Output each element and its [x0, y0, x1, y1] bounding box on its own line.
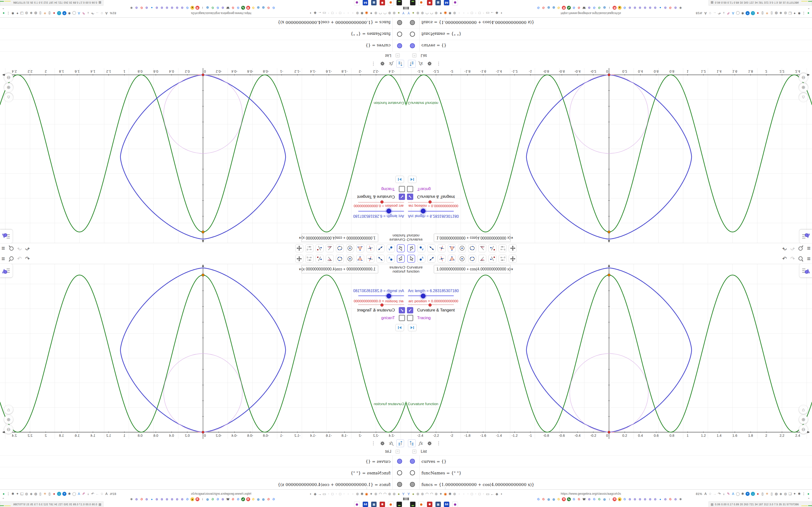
visibility-marble[interactable] — [410, 43, 415, 48]
algebra-row[interactable]: funcs = {1.000000000000 + cos(4.00000000… — [0, 479, 406, 490]
firefox-icon[interactable]: ◉ — [364, 492, 369, 496]
arc-length-slider[interactable] — [408, 295, 454, 296]
tab-favicon[interactable]: G — [272, 6, 275, 10]
camera-ball-icon[interactable]: ● — [397, 492, 401, 496]
zoom-level-badge[interactable]: 81% — [110, 492, 116, 496]
terminal-icon[interactable]: ▂ — [396, 501, 402, 507]
network-globe-icon[interactable]: ✳ — [43, 492, 47, 495]
tab-favicon[interactable]: Я — [196, 497, 199, 501]
home-button[interactable]: ⌂ — [799, 405, 808, 414]
globe-icon[interactable]: ⊕ — [416, 12, 420, 15]
tab-favicon[interactable]: ◍ — [256, 6, 260, 10]
gauge-icon[interactable]: ◠ — [383, 12, 387, 15]
curvature-tangent-checkbox[interactable]: ✓ — [407, 193, 413, 200]
curvature-tangent-checkbox[interactable]: ✓ — [399, 307, 405, 314]
globe-icon[interactable]: ◍ — [784, 492, 787, 495]
kite-icon[interactable]: Y — [406, 12, 411, 15]
play-pause-button[interactable] — [408, 324, 417, 331]
wrench-icon[interactable]: ✦ — [439, 492, 443, 496]
monitor-icon[interactable]: ▣ — [371, 501, 377, 507]
wrench-icon[interactable]: ✦ — [369, 492, 373, 496]
menu-icon[interactable]: ≡ — [1, 255, 5, 262]
tool-circle-center-button[interactable] — [346, 244, 354, 252]
tab-favicon[interactable]: ✿ — [628, 6, 632, 10]
shield-down-icon[interactable]: ↓ — [751, 492, 755, 496]
globe-icon[interactable]: ⊕ — [452, 492, 457, 496]
floppy-icon[interactable]: 64 — [444, 501, 450, 507]
status-dot-icon[interactable]: ● — [807, 492, 810, 495]
algebra-settings-button[interactable] — [426, 440, 433, 447]
tab-favicon[interactable]: ✿ — [587, 497, 591, 501]
tab-favicon[interactable]: G — [185, 6, 189, 10]
home-button[interactable]: ⌂ — [4, 405, 13, 414]
zoom-level-badge[interactable]: 81% — [110, 12, 116, 15]
puzzle-icon[interactable]: ❑ — [788, 12, 792, 15]
tab-favicon[interactable]: Я — [246, 6, 250, 10]
reload-icon[interactable]: ↷ — [717, 12, 721, 15]
plus-icon[interactable]: + — [746, 492, 750, 496]
ublock-icon[interactable]: ◍ — [34, 492, 38, 495]
tab-favicon[interactable]: ▲ — [618, 6, 621, 10]
globe-icon[interactable]: ⊕ — [373, 492, 378, 496]
tab-favicon[interactable]: G — [572, 497, 576, 501]
ublock-icon[interactable]: ◍ — [774, 492, 778, 495]
floppy-icon[interactable]: 64 — [362, 501, 368, 507]
tracing-checkbox[interactable] — [407, 186, 413, 192]
tab-favicon[interactable]: ● — [150, 6, 154, 10]
tab-favicon[interactable]: ✿ — [638, 497, 642, 501]
tab-favicon[interactable]: G — [231, 497, 235, 501]
overflow-menu-icon[interactable]: ⋮ — [802, 492, 806, 495]
tab-favicon[interactable]: ◍ — [603, 497, 606, 501]
curvature-tangent-checkbox[interactable]: ✓ — [399, 193, 405, 200]
tool-circle-center-button[interactable] — [346, 255, 354, 263]
zoom-out-button[interactable]: ⊖ — [4, 425, 13, 434]
tool-conic-button[interactable] — [336, 255, 344, 263]
reader-icon[interactable]: A — [704, 12, 707, 15]
tab-favicon[interactable]: ✿ — [663, 497, 667, 501]
tool-point-button[interactable]: A — [387, 255, 395, 263]
mini-toggle-icon[interactable]: ◦ — [327, 493, 331, 495]
tab-favicon[interactable]: ✿ — [643, 497, 647, 501]
play-pause-button[interactable] — [408, 176, 417, 183]
plus-icon[interactable]: + — [746, 11, 750, 15]
url-field[interactable]: https://www.geogebra.org/classic/aagcxh3… — [551, 492, 631, 495]
globe-icon[interactable]: ◍ — [784, 12, 787, 15]
floppy-icon[interactable]: 64 — [362, 0, 368, 6]
globe-icon[interactable]: ⊕ — [420, 12, 424, 15]
mini-toggle-icon[interactable]: ◦ — [466, 12, 470, 15]
status-dot-icon[interactable]: ● — [2, 12, 5, 15]
globe-icon[interactable]: ⊕ — [388, 492, 392, 496]
function-plot[interactable]: -2.4-2.2-2-1.8-1.6-1.4-1.2-1-0.8-0.6-0.4… — [0, 68, 406, 243]
mini-toggle-icon[interactable]: ◦ — [466, 493, 470, 495]
tab-favicon[interactable]: ✿ — [653, 497, 657, 501]
tab-favicon[interactable]: Я — [613, 497, 616, 501]
tab-favicon[interactable]: G — [542, 6, 546, 10]
tool-polygon-button[interactable] — [356, 255, 364, 263]
tool-slider-button[interactable]: a = 2 — [305, 244, 313, 252]
algebra-settings-button[interactable] — [379, 60, 386, 67]
tab-favicon[interactable]: ◍ — [547, 497, 551, 501]
tab-favicon[interactable]: ✿ — [673, 497, 677, 501]
graphics-view[interactable]: -2.4-2.2-2-1.8-1.6-1.4-1.2-1-0.8-0.6-0.4… — [406, 68, 812, 243]
shield-icon[interactable]: ◆ — [495, 12, 499, 15]
url-field[interactable]: https://www.geogebra.org/classic/aagcxh3… — [181, 12, 261, 15]
algebra-settings-button[interactable] — [426, 60, 433, 67]
tab-favicon[interactable]: ✿ — [135, 6, 139, 10]
gear-icon[interactable]: ✱ — [798, 492, 801, 495]
tab-favicon[interactable]: ◍ — [206, 6, 209, 10]
tab-favicon[interactable]: ◍ — [552, 6, 556, 10]
wrench-icon[interactable]: ✦ — [369, 12, 373, 15]
zoom-in-button[interactable]: ⊕ — [799, 415, 808, 424]
monitor-icon[interactable]: ▣ — [435, 501, 441, 507]
tool-pan-button[interactable] — [509, 244, 517, 252]
menu-icon[interactable]: ≡ — [807, 255, 811, 262]
tab-favicon[interactable]: ▲ — [618, 497, 621, 501]
tab-favicon[interactable]: G — [185, 497, 189, 501]
algebra-row[interactable]: funcNames = {" "} — [0, 28, 406, 40]
translate-icon[interactable]: A — [77, 492, 81, 495]
camera-ball-icon[interactable]: ● — [411, 12, 415, 15]
function-plot[interactable]: -2.4-2.2-2-1.8-1.6-1.4-1.2-1-0.8-0.6-0.4… — [0, 264, 406, 439]
gauge-icon[interactable]: ◠ — [425, 12, 429, 15]
home-button[interactable]: ⌂ — [799, 93, 808, 102]
camera-ball-icon[interactable]: ● — [411, 492, 415, 496]
